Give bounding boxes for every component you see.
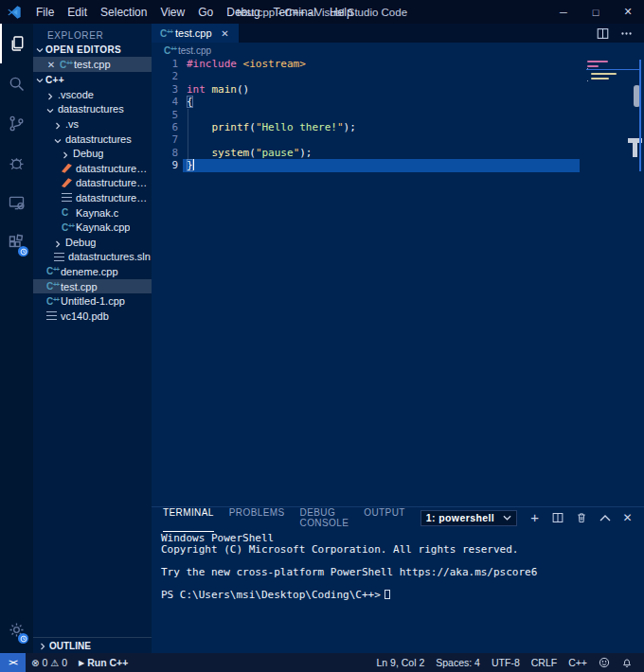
- code-token: pause: [262, 147, 294, 159]
- code-line-4[interactable]: 4{: [152, 96, 644, 108]
- cpp-file-icon: C++: [46, 266, 57, 276]
- close-panel-icon[interactable]: ✕: [623, 511, 633, 524]
- run-task-button[interactable]: ▶ Run C++: [73, 653, 134, 672]
- status-ln-9-col-2[interactable]: Ln 9, Col 2: [370, 653, 430, 672]
- breadcrumb[interactable]: C++ test.cpp: [152, 43, 644, 58]
- minimize-button[interactable]: ─: [547, 0, 580, 24]
- open-editors-header[interactable]: OPEN EDITORS: [33, 42, 152, 57]
- solution-file-icon: [54, 253, 64, 262]
- code-token: (): [237, 83, 249, 96]
- code-token: Hello there!: [262, 121, 337, 133]
- status-c-[interactable]: C++: [563, 653, 593, 672]
- tree-item-debug[interactable]: Debug: [33, 235, 152, 250]
- tab-bar: C++ test.cpp ✕: [152, 24, 644, 43]
- code-line-content: printf("Hello there!");: [178, 121, 356, 133]
- notifications-bell-icon[interactable]: [616, 653, 638, 672]
- close-button[interactable]: ✕: [612, 0, 644, 24]
- remote-monitor-icon[interactable]: [0, 183, 33, 222]
- tab-test-cpp[interactable]: C++ test.cpp ✕: [152, 24, 239, 43]
- new-terminal-icon[interactable]: +: [530, 512, 539, 523]
- menu-edit[interactable]: Edit: [61, 0, 94, 24]
- tree-item-label: deneme.cpp: [61, 266, 118, 277]
- error-icon: ⊗: [31, 658, 39, 668]
- tree-item-datastructures-sln[interactable]: datastructures.sln: [33, 250, 152, 265]
- line-number: 6: [152, 121, 178, 133]
- menu-go[interactable]: Go: [191, 0, 220, 24]
- feedback-smiley-icon[interactable]: [593, 653, 616, 672]
- code-token: [206, 83, 212, 96]
- code-line-1[interactable]: 1#include <iostream>: [152, 58, 644, 70]
- split-terminal-icon[interactable]: [552, 512, 564, 523]
- tree-item-datastructures-vcxp-[interactable]: datastructures.vcxp...: [33, 176, 152, 191]
- tree-item-label: .vscode: [58, 89, 94, 100]
- source-control-icon[interactable]: [0, 103, 33, 143]
- maximize-panel-icon[interactable]: [599, 512, 611, 523]
- line-number: 7: [152, 133, 178, 146]
- update-badge: [18, 633, 28, 644]
- vcxproj-file-icon: [62, 164, 72, 173]
- status-crlf[interactable]: CRLF: [526, 653, 563, 672]
- code-line-7[interactable]: 7: [152, 133, 644, 146]
- code-line-2[interactable]: 2: [152, 70, 644, 82]
- solution-file-icon: [62, 193, 72, 203]
- search-icon[interactable]: [0, 63, 33, 103]
- tree-item-datastructures[interactable]: datastructures: [33, 102, 152, 117]
- tree-item-label: vc140.pdb: [61, 310, 109, 322]
- status-spaces-4[interactable]: Spaces: 4: [430, 653, 486, 672]
- tree-item-kaynak-cpp[interactable]: C++Kaynak.cpp: [33, 220, 152, 235]
- code-line-8[interactable]: 8 system("pause");: [152, 147, 644, 159]
- menu-file[interactable]: File: [29, 0, 61, 24]
- statusbar-left: >< ⊗ 0 ⚠ 0 ▶ Run C++: [0, 653, 134, 672]
- tree-item-datastructures[interactable]: datastructures: [33, 132, 152, 147]
- extensions-icon[interactable]: [0, 222, 33, 262]
- status-utf-8[interactable]: UTF-8: [486, 653, 526, 672]
- code-editor[interactable]: 1#include <iostream>23int main()4{56 pri…: [152, 58, 644, 506]
- open-editor-item[interactable]: ✕C++test.cpp: [33, 57, 152, 72]
- explorer-sidebar: EXPLORER OPEN EDITORS ✕C++test.cpp C++ .…: [33, 24, 152, 653]
- cpp-file-icon: C++: [60, 60, 70, 70]
- menu-selection[interactable]: Selection: [94, 0, 153, 24]
- code-line-6[interactable]: 6 printf("Hello there!");: [152, 121, 644, 133]
- split-editor-icon[interactable]: [597, 27, 609, 40]
- maximize-button[interactable]: □: [580, 0, 612, 24]
- cpp-file-icon: C++: [160, 28, 170, 39]
- code-token: {: [187, 96, 193, 108]
- workspace-folder-header[interactable]: C++: [33, 72, 152, 87]
- outline-section-header[interactable]: OUTLINE: [33, 637, 152, 653]
- explorer-icon[interactable]: [0, 24, 33, 63]
- sidebar-title: EXPLORER: [33, 24, 152, 42]
- tree-item-test-cpp[interactable]: C++test.cpp: [33, 279, 152, 294]
- debug-icon[interactable]: [0, 143, 33, 183]
- more-actions-icon[interactable]: [620, 27, 633, 40]
- terminal-output[interactable]: Windows PowerShellCopyright (C) Microsof…: [152, 528, 644, 653]
- code-line-3[interactable]: 3int main(): [152, 83, 644, 96]
- code-line-9[interactable]: 9}: [152, 159, 644, 171]
- tab-close-icon[interactable]: ✕: [221, 28, 230, 39]
- close-editor-icon[interactable]: ✕: [46, 60, 56, 70]
- line-number: 2: [152, 70, 178, 82]
- minimap[interactable]: [582, 58, 641, 506]
- tree-item--vs[interactable]: .vs: [33, 116, 152, 132]
- code-token: int: [187, 83, 206, 96]
- kill-terminal-trash-icon[interactable]: [576, 512, 587, 523]
- tree-item--vscode[interactable]: .vscode: [33, 87, 152, 102]
- tree-item-untitled-1-cpp[interactable]: C++Untitled-1.cpp: [33, 293, 152, 309]
- code-line-content: }: [178, 159, 194, 171]
- tree-item-debug[interactable]: Debug: [33, 146, 152, 161]
- tree-item-vc140-pdb[interactable]: vc140.pdb: [33, 309, 152, 324]
- minimap-line: [591, 78, 608, 80]
- tree-item-deneme-cpp[interactable]: C++deneme.cpp: [33, 264, 152, 279]
- remote-indicator[interactable]: ><: [0, 653, 26, 672]
- chevron-right-icon: [54, 120, 62, 128]
- tree-item-datastructures-vcxp-[interactable]: datastructures.vcxp...: [33, 190, 152, 205]
- status-bar: >< ⊗ 0 ⚠ 0 ▶ Run C++ Ln 9, Col 2Spaces: …: [0, 653, 644, 672]
- line-number: 4: [152, 96, 178, 108]
- code-line-5[interactable]: 5: [152, 109, 644, 121]
- terminal-select[interactable]: 1: powershell: [420, 510, 518, 526]
- problems-status[interactable]: ⊗ 0 ⚠ 0: [26, 653, 73, 672]
- tree-item-kaynak-c[interactable]: CKaynak.c: [33, 205, 152, 221]
- code-token: }: [187, 159, 193, 171]
- manage-icon[interactable]: [0, 610, 33, 649]
- tree-item-datastructures-vcxp-[interactable]: datastructures.vcxp...: [33, 161, 152, 176]
- menu-view[interactable]: View: [153, 0, 191, 24]
